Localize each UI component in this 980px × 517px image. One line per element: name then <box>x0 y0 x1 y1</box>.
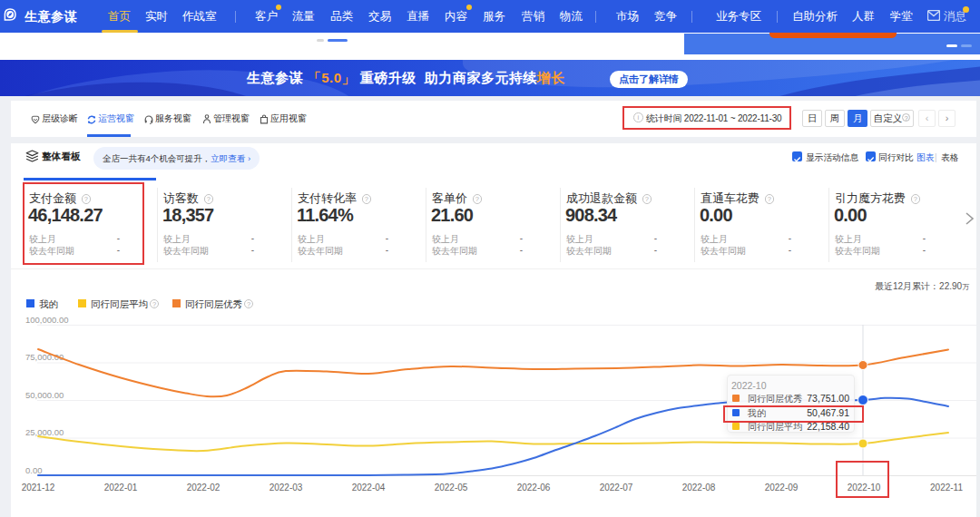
svg-text:2022-06: 2022-06 <box>517 483 551 493</box>
svg-text:0.00: 0.00 <box>25 465 43 475</box>
svg-text:25,000.00: 25,000.00 <box>25 427 64 437</box>
svg-text:2022-03: 2022-03 <box>270 483 303 493</box>
svg-text:100,000.00: 100,000.00 <box>25 315 69 325</box>
svg-text:2022-01: 2022-01 <box>104 483 138 493</box>
svg-text:2022-11: 2022-11 <box>930 483 963 493</box>
svg-text:2022-07: 2022-07 <box>600 483 633 493</box>
svg-text:50,000.00: 50,000.00 <box>25 390 64 400</box>
svg-text:2022-05: 2022-05 <box>435 483 468 493</box>
svg-text:2022-04: 2022-04 <box>352 483 386 493</box>
svg-text:2022-08: 2022-08 <box>682 483 716 493</box>
svg-text:2022-02: 2022-02 <box>187 483 220 493</box>
svg-text:2021-12: 2021-12 <box>22 483 55 493</box>
svg-text:2022-09: 2022-09 <box>765 483 799 493</box>
